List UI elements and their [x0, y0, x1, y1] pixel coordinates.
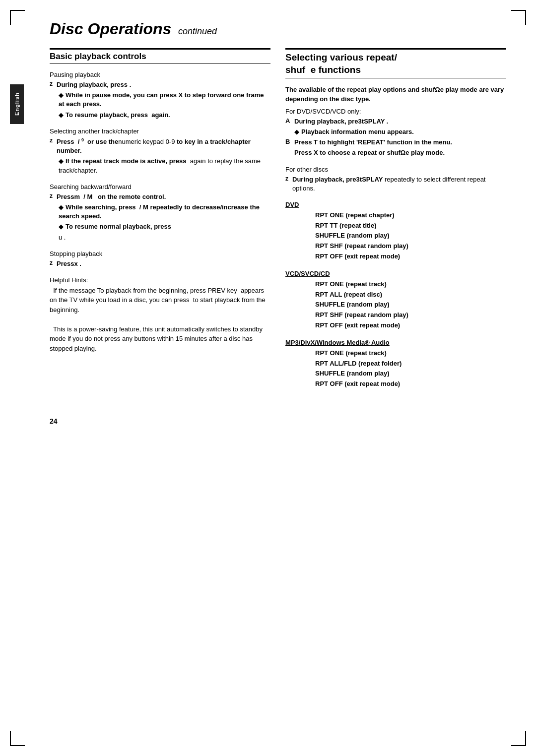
- other-discs-text: During playback, pre3tSPLAY repeatedly t…: [292, 175, 506, 193]
- step-prefix-st: z: [50, 259, 55, 266]
- mp3-list: RPT ONE (repeat track) RPT ALL/FLD (repe…: [315, 348, 506, 389]
- vcd-item-5: RPT OFF (exit repeat mode): [315, 320, 506, 331]
- dvd-svcd-heading: For DVD/SVCD/VCD only:: [285, 108, 506, 115]
- searching-block: Searching backward/forward z Pressm / M …: [50, 183, 270, 242]
- right-column: Selecting various repeat/shuf e function…: [285, 48, 506, 397]
- corner-mark-tr: [511, 10, 526, 25]
- dvd-item-4: RPT SHF (repeat random play): [315, 241, 506, 252]
- corner-mark-br: [511, 731, 526, 746]
- searching-heading: Searching backward/forward: [50, 183, 270, 190]
- searching-sub1: ◆While searching, press / M repeatedly t…: [59, 203, 270, 221]
- mp3-item-2: RPT ALL/FLD (repeat folder): [315, 359, 506, 369]
- stopping-step: z Pressx .: [50, 259, 270, 268]
- hints-heading: Helpful Hints:: [50, 276, 270, 284]
- corner-mark-bl: [10, 731, 25, 746]
- mp3-item-4: RPT OFF (exit repeat mode): [315, 379, 506, 389]
- language-tab: English: [10, 84, 24, 124]
- step-c-text: Press X to choose a repeat or shufΩe pla…: [294, 148, 445, 157]
- pausing-heading: Pausing playback: [50, 71, 270, 78]
- dvd-item-3: SHUFFLE (random play): [315, 231, 506, 241]
- hints-text: If the message To playback from the begi…: [50, 286, 270, 354]
- other-discs-heading: For other discs: [285, 166, 506, 173]
- searching-sub2: ◆To resume normal playback, press: [59, 222, 270, 231]
- right-intro: The available of the repeat play options…: [285, 85, 506, 103]
- step-b-text: Press T to highlight 'REPEAT' function i…: [294, 138, 452, 147]
- searching-step-text: Pressm / M on the remote control.: [57, 192, 166, 201]
- right-section-title: Selecting various repeat/shuf e function…: [285, 48, 506, 78]
- pausing-step-text: During playback, press .: [57, 80, 131, 89]
- step-b: B Press T to highlight 'REPEAT' function…: [285, 138, 506, 147]
- mp3-heading: MP3/DivX/Windows Media® Audio: [285, 339, 506, 346]
- left-column: Basic playback controls Pausing playback…: [50, 48, 270, 397]
- page-number: 24: [30, 417, 506, 425]
- step-a-text: During playback, pre3tSPLAY .: [294, 117, 388, 126]
- vcd-item-1: RPT ONE (repeat track): [315, 279, 506, 290]
- mp3-item-1: RPT ONE (repeat track): [315, 348, 506, 359]
- stopping-heading: Stopping playback: [50, 250, 270, 257]
- stopping-step-text: Pressx .: [57, 259, 81, 268]
- pausing-step: z During playback, press .: [50, 80, 270, 89]
- selecting-block: Selecting another track/chapter z Press …: [50, 127, 270, 175]
- step-a: A During playback, pre3tSPLAY .: [285, 117, 506, 126]
- dvd-list: RPT ONE (repeat chapter) RPT TT (repeat …: [315, 210, 506, 262]
- step-letter-b: B: [285, 138, 292, 145]
- other-discs-step: z During playback, pre3tSPLAY repeatedly…: [285, 175, 506, 193]
- dvd-list-block: DVD RPT ONE (repeat chapter) RPT TT (rep…: [285, 201, 506, 262]
- stopping-block: Stopping playback z Pressx .: [50, 250, 270, 268]
- vcd-heading: VCD/SVCD/CD: [285, 270, 506, 277]
- dvd-item-1: RPT ONE (repeat chapter): [315, 210, 506, 221]
- step-a-sub: ◆Playback information menu appears.: [294, 127, 506, 136]
- step-prefix-sr: z: [50, 192, 55, 199]
- step-prefix: z: [50, 80, 55, 87]
- vcd-list: RPT ONE (repeat track) RPT ALL (repeat d…: [315, 279, 506, 331]
- hints-block: Helpful Hints: If the message To playbac…: [50, 276, 270, 354]
- step-letter-a: A: [285, 117, 292, 125]
- selecting-sub1: ◆If the repeat track mode is active, pre…: [59, 157, 270, 175]
- mp3-item-3: SHUFFLE (random play): [315, 369, 506, 379]
- vcd-item-2: RPT ALL (repeat disc): [315, 290, 506, 300]
- step-prefix-s: z: [50, 137, 55, 144]
- page-header: Disc Operations continued: [30, 20, 506, 38]
- searching-step: z Pressm / M on the remote control.: [50, 192, 270, 201]
- dvd-item-2: RPT TT (repeat title): [315, 221, 506, 231]
- vcd-item-4: RPT SHF (repeat random play): [315, 310, 506, 320]
- other-discs-block: For other discs z During playback, pre3t…: [285, 166, 506, 193]
- main-content: Basic playback controls Pausing playback…: [30, 48, 506, 397]
- vcd-item-3: SHUFFLE (random play): [315, 300, 506, 310]
- pausing-block: Pausing playback z During playback, pres…: [50, 71, 270, 120]
- pausing-sub1: ◆While in pause mode, you can press X to…: [59, 91, 270, 109]
- selecting-step-text: Press / 9 or use thenumeric keypad 0-9 t…: [57, 137, 270, 156]
- page-title: Disc Operations: [50, 20, 171, 38]
- dvd-heading: DVD: [285, 201, 506, 208]
- mp3-list-block: MP3/DivX/Windows Media® Audio RPT ONE (r…: [285, 339, 506, 389]
- vcd-list-block: VCD/SVCD/CD RPT ONE (repeat track) RPT A…: [285, 270, 506, 331]
- page-continued: continued: [178, 26, 217, 36]
- selecting-step: z Press / 9 or use thenumeric keypad 0-9…: [50, 137, 270, 156]
- corner-mark-tl: [10, 10, 25, 25]
- pausing-sub2: ◆To resume playback, press again.: [59, 111, 270, 120]
- searching-sub3: u .: [59, 233, 270, 242]
- step-c: Press X to choose a repeat or shufΩe pla…: [285, 148, 506, 157]
- step-prefix-od: z: [285, 175, 290, 182]
- dvd-item-5: RPT OFF (exit repeat mode): [315, 252, 506, 262]
- selecting-heading: Selecting another track/chapter: [50, 127, 270, 135]
- dvd-svcd-block: For DVD/SVCD/VCD only: A During playback…: [285, 108, 506, 158]
- left-section-title: Basic playback controls: [50, 48, 270, 64]
